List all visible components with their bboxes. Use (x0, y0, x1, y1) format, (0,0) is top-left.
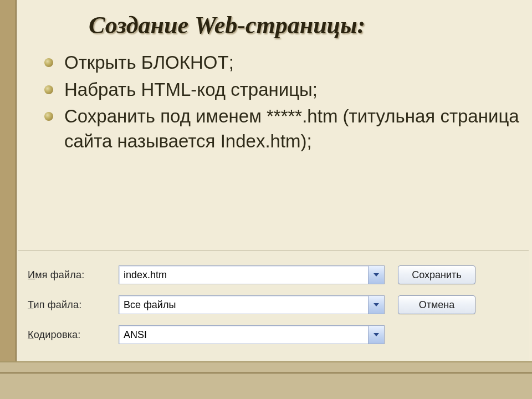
list-item: Сохранить под именем *****.htm (титульна… (44, 104, 521, 154)
label-accelerator: К (28, 329, 34, 340)
filetype-combobox[interactable] (119, 295, 385, 314)
dropdown-button[interactable] (368, 326, 384, 344)
button-column: Сохранить (392, 265, 475, 284)
svg-marker-1 (374, 303, 379, 306)
list-item-text: Сохранить под именем *****.htm (титульна… (64, 104, 521, 154)
dialog-row-filename: Имя файла: Сохранить (28, 265, 519, 284)
button-column: Отмена (392, 295, 475, 314)
dropdown-button[interactable] (368, 266, 384, 284)
label-part: одировка: (34, 329, 81, 340)
page-title: Создание Web-страницы: (89, 11, 521, 39)
dialog-row-filetype: Тип файла: Отмена (28, 295, 519, 314)
label-accelerator: И (28, 269, 35, 280)
svg-marker-2 (374, 333, 379, 336)
list-item-text: Набрать HTML-код страницы; (64, 78, 521, 103)
filetype-input[interactable] (119, 296, 368, 314)
save-dialog: Имя файла: Сохранить Тип файла: (18, 250, 529, 362)
chevron-down-icon (373, 303, 380, 307)
slide-bottom-decor (0, 361, 532, 399)
encoding-label: Кодировка: (28, 329, 111, 341)
encoding-input[interactable] (119, 326, 368, 344)
chevron-down-icon (373, 332, 380, 337)
filetype-label: Тип файла: (28, 299, 111, 311)
label-accelerator: Т (28, 299, 33, 310)
label-part: ип файла: (33, 299, 81, 310)
encoding-combobox[interactable] (119, 325, 385, 344)
slide: Создание Web-страницы: Открыть БЛОКНОТ; … (0, 0, 532, 399)
list-item: Набрать HTML-код страницы; (44, 78, 521, 103)
filename-combobox[interactable] (119, 265, 385, 284)
chevron-down-icon (373, 273, 380, 277)
save-button[interactable]: Сохранить (398, 265, 475, 284)
label-part: мя файла: (35, 269, 84, 280)
dropdown-button[interactable] (368, 296, 384, 314)
list-item: Открыть БЛОКНОТ; (44, 50, 521, 75)
filename-label: Имя файла: (28, 269, 111, 281)
bullet-list: Открыть БЛОКНОТ; Набрать HTML-код страни… (44, 50, 521, 154)
dialog-row-encoding: Кодировка: (28, 325, 519, 344)
cancel-button[interactable]: Отмена (398, 295, 475, 314)
list-item-text: Открыть БЛОКНОТ; (64, 50, 521, 75)
svg-marker-0 (374, 273, 379, 277)
filename-input[interactable] (119, 266, 368, 284)
